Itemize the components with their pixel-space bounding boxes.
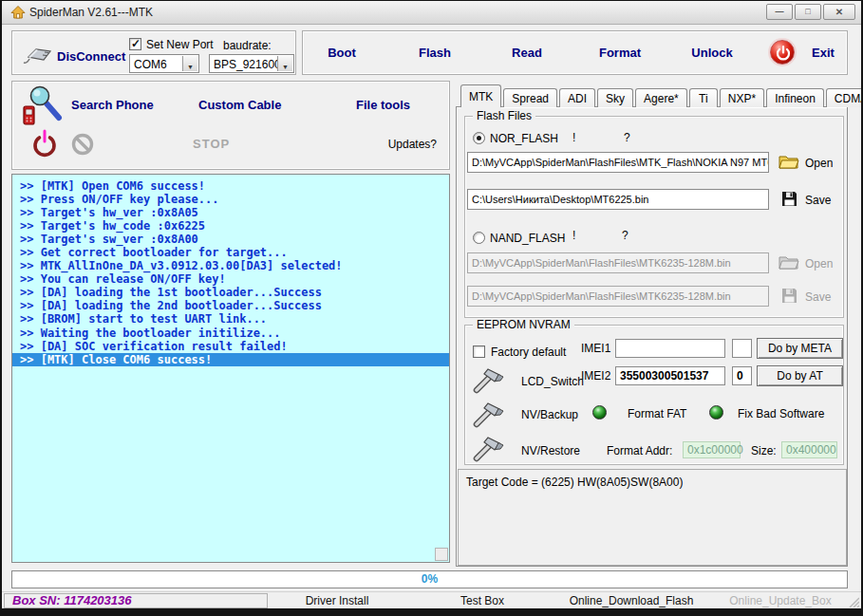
nor-open-button[interactable]: Open bbox=[805, 157, 833, 170]
log-line[interactable]: >> Get correct bootloader for target... bbox=[12, 246, 449, 259]
tab-ti[interactable]: Ti bbox=[689, 88, 718, 107]
client-area: SpiderMan V2.61---MTK — □ ✕ DisConnect ✓… bbox=[2, 1, 861, 608]
tab-nxp[interactable]: NXP* bbox=[720, 88, 764, 107]
imei2-input[interactable]: 35500300501537 bbox=[615, 366, 725, 385]
window-title: SpiderMan V2.61---MTK bbox=[29, 6, 153, 19]
do-by-at-button[interactable]: Do by AT bbox=[757, 365, 843, 386]
nor-help-link[interactable]: ? bbox=[624, 131, 630, 144]
tab-adi[interactable]: ADI bbox=[559, 88, 595, 107]
size-field[interactable]: 0x400000 bbox=[781, 441, 837, 458]
minimize-icon: — bbox=[776, 7, 784, 16]
hammer-icon bbox=[471, 398, 507, 428]
search-phone-button[interactable]: Search Phone bbox=[71, 98, 154, 112]
tab-cdma[interactable]: CDMA bbox=[826, 88, 861, 107]
target-code-text: Target Code = (6225) HW(8A05)SW(8A00) bbox=[466, 476, 683, 489]
log-line[interactable]: >> Target's sw_ver :0x8A00 bbox=[12, 233, 449, 246]
unlock-button[interactable]: Unlock bbox=[691, 46, 732, 60]
log-line[interactable]: >> MTK_AllInOne_DA_v3.0912.03.00[DA3] se… bbox=[12, 259, 449, 272]
tab-spread[interactable]: Spread bbox=[503, 88, 557, 107]
nand-save-path-field: D:\MyVCApp\SpiderMan\FlashFiles\MTK6235-… bbox=[467, 286, 769, 307]
minimize-button[interactable]: — bbox=[766, 4, 793, 20]
port-combobox[interactable]: COM6 ▼ bbox=[129, 54, 199, 73]
nor-open-path-field[interactable]: D:\MyVCApp\SpiderMan\FlashFiles\MTK_Flas… bbox=[467, 152, 769, 173]
nor-flash-radio[interactable] bbox=[473, 132, 485, 144]
save-floppy-icon-disabled bbox=[781, 288, 797, 304]
log-line[interactable]: >> [BROM] start to test UART link... bbox=[12, 312, 449, 326]
format-fat-button[interactable]: Format FAT bbox=[592, 405, 697, 424]
nand-help-link[interactable]: ? bbox=[622, 229, 628, 242]
nor-save-path-field[interactable]: C:\Users\Никита\Desktop\MT6225.bin bbox=[467, 189, 769, 210]
log-line[interactable]: >> You can release ON/OFF key! bbox=[12, 272, 449, 286]
tab-sky[interactable]: Sky bbox=[597, 88, 633, 107]
log-line[interactable]: >> [DA] loading the 2nd bootloader...Suc… bbox=[12, 299, 449, 312]
lcd-switch-button[interactable]: LCD_Switch bbox=[513, 368, 579, 391]
log-line[interactable]: >> [DA] loading the 1st bootloader...Suc… bbox=[12, 286, 449, 299]
online-download-flash-button[interactable]: Online_Download_Flash bbox=[570, 594, 694, 607]
log-line[interactable]: >> [DA] SOC verification result failed! bbox=[12, 340, 449, 353]
custom-cable-button[interactable]: Custom Cable bbox=[198, 98, 281, 112]
close-icon: ✕ bbox=[835, 7, 843, 17]
format-addr-field[interactable]: 0x1c00000 bbox=[683, 441, 741, 458]
maximize-button[interactable]: □ bbox=[795, 4, 821, 20]
do-by-meta-button[interactable]: Do by META bbox=[757, 338, 843, 359]
save-floppy-icon[interactable] bbox=[781, 191, 797, 207]
log-console[interactable]: >> [MTK] Open COM6 success! >> Press ON/… bbox=[11, 174, 450, 563]
nv-restore-button[interactable]: NV/Restore bbox=[513, 438, 581, 460]
imei2-flag-input[interactable]: 0 bbox=[732, 366, 752, 385]
search-phone-icon[interactable] bbox=[20, 85, 64, 129]
nor-warning-link[interactable]: ! bbox=[572, 131, 575, 144]
baudrate-dropdown-button[interactable]: ▼ bbox=[277, 56, 292, 71]
power-glyph-icon bbox=[775, 45, 792, 62]
driver-install-button[interactable]: Driver Install bbox=[306, 594, 369, 607]
eeprom-nvram-group: EEPROM NVRAM Factory default IMEI1 Do by… bbox=[464, 325, 844, 465]
log-line[interactable]: >> Target's hw_ver :0x8A05 bbox=[12, 206, 449, 219]
log-line[interactable]: >> Waiting the bootloader initilize... bbox=[12, 327, 449, 340]
baudrate-combobox[interactable]: BPS_921600 ▼ bbox=[209, 54, 294, 73]
nand-open-path-field: D:\MyVCApp\SpiderMan\FlashFiles\MTK6235-… bbox=[467, 252, 769, 273]
power-off-icon[interactable] bbox=[31, 129, 58, 158]
nv-restore-label: NV/Restore bbox=[521, 444, 580, 457]
updates-link[interactable]: Updates? bbox=[388, 138, 437, 151]
log-line-selected[interactable]: >> [MTK] Close COM6 success! bbox=[12, 353, 449, 366]
tab-mtk[interactable]: MTK bbox=[460, 84, 501, 107]
test-box-button[interactable]: Test Box bbox=[460, 594, 504, 607]
baudrate-value: BPS_921600 bbox=[214, 58, 281, 71]
close-button[interactable]: ✕ bbox=[823, 4, 855, 20]
log-line[interactable]: >> [MTK] Open COM6 success! bbox=[12, 179, 449, 193]
target-code-panel: Target Code = (6225) HW(8A05)SW(8A00) bbox=[458, 469, 847, 566]
set-new-port-label: Set New Port bbox=[146, 38, 214, 51]
log-line[interactable]: >> Press ON/OFF key please... bbox=[12, 193, 449, 206]
lcd-switch-label: LCD_Switch bbox=[521, 375, 584, 388]
hammer-icon bbox=[471, 364, 507, 394]
exit-button[interactable]: Exit bbox=[812, 46, 835, 60]
app-home-icon bbox=[10, 5, 26, 20]
exit-power-icon[interactable] bbox=[770, 40, 795, 65]
boot-button[interactable]: Boot bbox=[328, 46, 356, 60]
cancel-prohibition-icon[interactable] bbox=[70, 132, 95, 157]
nand-warning-link[interactable]: ! bbox=[572, 229, 575, 242]
read-button[interactable]: Read bbox=[512, 46, 542, 60]
disconnect-button[interactable]: DisConnect bbox=[57, 49, 125, 64]
tab-infineon[interactable]: Infineon bbox=[766, 88, 824, 107]
factory-default-checkbox[interactable] bbox=[473, 345, 485, 358]
resize-grip-icon[interactable] bbox=[847, 595, 859, 607]
log-line[interactable]: >> Target's hw_code :0x6225 bbox=[12, 219, 449, 233]
set-new-port-checkbox[interactable]: ✓ bbox=[129, 38, 141, 50]
fix-bad-software-button[interactable]: Fix Bad Software bbox=[709, 405, 837, 424]
imei1-input[interactable] bbox=[615, 339, 725, 358]
console-scroll-corner bbox=[435, 548, 448, 561]
nor-save-button[interactable]: Save bbox=[805, 194, 831, 207]
flash-button[interactable]: Flash bbox=[419, 46, 451, 60]
port-dropdown-button[interactable]: ▼ bbox=[182, 56, 197, 71]
nand-flash-radio[interactable] bbox=[473, 232, 485, 244]
imei1-flag-input[interactable] bbox=[732, 339, 752, 358]
open-folder-icon[interactable] bbox=[779, 154, 799, 170]
tab-agere[interactable]: Agere* bbox=[635, 88, 687, 107]
nv-backup-button[interactable]: NV/Backup bbox=[513, 401, 579, 424]
nor-flash-label[interactable]: NOR_FLASH bbox=[490, 132, 558, 145]
window-controls: — □ ✕ bbox=[766, 4, 855, 20]
format-button[interactable]: Format bbox=[599, 46, 641, 60]
nand-flash-label[interactable]: NAND_FLASH bbox=[490, 232, 565, 245]
size-label: Size: bbox=[751, 444, 777, 457]
file-tools-button[interactable]: File tools bbox=[356, 98, 410, 112]
